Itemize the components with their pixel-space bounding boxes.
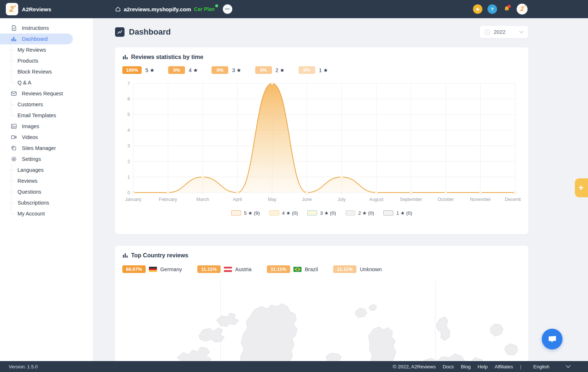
svg-text:4: 4	[127, 128, 130, 133]
topbar: 2✦ A2Reviews a2reviews.myshopify.com Car…	[0, 0, 588, 18]
chat-widget-button[interactable]	[542, 329, 563, 349]
topbar-actions: ★ ? 2✦	[473, 4, 528, 15]
country-percentage-row: 66.67%Germany11.11%Austria11.11%Brazil11…	[122, 265, 521, 273]
svg-text:September: September	[400, 197, 422, 202]
mail-icon	[11, 90, 17, 97]
avatar[interactable]: 2✦	[517, 4, 528, 15]
svg-text:June: June	[302, 197, 312, 202]
footer-link-help[interactable]: Help	[478, 364, 488, 369]
sidebar-subitem-block-reviews[interactable]: Block Reviews	[0, 66, 93, 77]
gear-icon	[11, 156, 17, 162]
chat-bubble-icon	[548, 335, 557, 344]
sidebar-item-videos[interactable]: Videos	[0, 132, 93, 143]
flag-at-icon	[224, 267, 232, 272]
language-chevron-down-icon[interactable]	[566, 365, 571, 368]
sidebar-subitem-products[interactable]: Products	[0, 55, 93, 66]
legend-item-5-star[interactable]: 5 ★ (9)	[231, 210, 260, 216]
sidebar-subitem-questions[interactable]: Questions	[0, 186, 93, 197]
sidebar-subitem-reviews[interactable]: Reviews	[0, 175, 93, 186]
legend-swatch	[269, 210, 279, 215]
more-options-button[interactable]: •••	[223, 4, 232, 14]
clock-icon	[484, 29, 490, 35]
rating-percent: 0%	[299, 66, 315, 74]
sidebar: InstructionsDashboardMy ReviewsProductsB…	[0, 18, 93, 361]
home-icon	[115, 6, 121, 12]
sidebar-item-reviews-request[interactable]: Reviews Request	[0, 88, 93, 99]
country-stat-unknown: 11.11%Unknown	[333, 265, 382, 273]
legend-swatch	[383, 210, 393, 215]
rating-label: 2 ★	[276, 67, 285, 73]
main-content: Dashboard 2022 Reviews statistics by tim…	[115, 18, 528, 361]
rating-badge-4-star: 0%4 ★	[168, 66, 198, 74]
version-label: Version: 1.5.0	[9, 364, 38, 369]
page-header: Dashboard 2022	[115, 25, 528, 39]
rating-label: 3 ★	[232, 67, 241, 73]
rating-percent: 0%	[168, 66, 185, 74]
image-icon	[11, 123, 17, 130]
sidebar-item-images[interactable]: Images	[0, 121, 93, 132]
svg-text:7: 7	[127, 81, 130, 86]
country-name: Austria	[235, 266, 252, 272]
footer-separator: |	[520, 364, 521, 369]
dashboard-trend-icon	[115, 27, 125, 37]
svg-text:February: February	[159, 197, 177, 202]
rating-badge-2-star: 0%2 ★	[255, 66, 285, 74]
rating-badge-1-star: 0%1 ★	[299, 66, 328, 74]
rate-app-button[interactable]: ★	[473, 4, 482, 14]
sidebar-subitem-subscriptions[interactable]: Subscriptions	[0, 197, 93, 208]
sidebar-subitem-q-a[interactable]: Q & A	[0, 77, 93, 88]
rating-label: 4 ★	[189, 67, 198, 73]
top-country-card: Top Country reviews 66.67%Germany11.11%A…	[115, 246, 528, 361]
brand-name: A2Reviews	[22, 6, 51, 12]
footer-link-docs[interactable]: Docs	[443, 364, 454, 369]
notification-dot	[508, 5, 511, 8]
footer-link-affiliates[interactable]: Affiliates	[494, 364, 513, 369]
sidebar-item-instructions[interactable]: Instructions	[0, 23, 93, 33]
sidebar-subitem-my-reviews[interactable]: My Reviews	[0, 44, 93, 55]
stats-card-title: Reviews statistics by time	[122, 54, 521, 60]
world-map-svg	[122, 281, 521, 361]
legend-item-4-star[interactable]: 4 ★ (0)	[269, 210, 298, 216]
rating-percentage-row: 100%5 ★0%4 ★0%3 ★0%2 ★0%1 ★	[122, 66, 521, 74]
svg-text:November: November	[470, 197, 491, 202]
add-floating-button[interactable]: +	[575, 178, 588, 197]
sidebar-item-settings[interactable]: Settings	[0, 154, 93, 165]
svg-text:August: August	[369, 197, 383, 202]
legend-item-3-star[interactable]: 3 ★ (0)	[307, 210, 336, 216]
legend-swatch	[307, 210, 317, 215]
sidebar-subitem-my-account[interactable]: My Account	[0, 208, 93, 219]
country-name: Brazil	[305, 266, 318, 272]
reviews-area-chart: 01234567JanuaryFebruaryMarchAprilMayJune…	[122, 78, 521, 208]
legend-item-1-star[interactable]: 1 ★ (0)	[383, 210, 412, 216]
rating-badge-3-star: 0%3 ★	[212, 66, 241, 74]
country-percent: 11.11%	[267, 265, 290, 273]
year-select[interactable]: 2022	[480, 25, 528, 39]
sidebar-subitem-languages[interactable]: Languages	[0, 165, 93, 175]
svg-text:December: December	[505, 197, 521, 202]
country-percent: 11.11%	[197, 265, 221, 273]
brand: 2✦ A2Reviews	[0, 3, 51, 15]
footer-link-blog[interactable]: Blog	[461, 364, 471, 369]
sidebar-subitem-email-templates[interactable]: Email Templates	[0, 110, 93, 121]
footer: Version: 1.5.0 © 2022, A2ReviewsDocsBlog…	[0, 361, 588, 372]
rating-badge-5-star: 100%5 ★	[122, 66, 154, 74]
video-icon	[11, 134, 17, 141]
help-button[interactable]: ?	[488, 4, 497, 14]
country-name: Germany	[160, 266, 182, 272]
bar-chart-icon	[122, 54, 128, 60]
country-card-title: Top Country reviews	[122, 252, 521, 259]
rating-label: 1 ★	[319, 67, 328, 73]
sidebar-subitem-customers[interactable]: Customers	[0, 99, 93, 110]
legend-item-2-star[interactable]: 2 ★ (0)	[346, 210, 374, 216]
rating-percent: 0%	[255, 66, 272, 74]
language-select[interactable]: English	[533, 364, 549, 369]
page-title: Dashboard	[115, 27, 171, 37]
footer-links: © 2022, A2ReviewsDocsBlogHelpAffiliates|…	[393, 364, 571, 369]
legend-swatch	[231, 210, 241, 215]
world-map	[122, 281, 521, 361]
rating-label: 5 ★	[145, 67, 154, 73]
notifications-button[interactable]	[502, 4, 512, 14]
sidebar-item-dashboard[interactable]: Dashboard	[0, 33, 73, 44]
country-percent: 66.67%	[122, 265, 146, 273]
sidebar-item-sites-manager[interactable]: Sites Manager	[0, 143, 93, 154]
